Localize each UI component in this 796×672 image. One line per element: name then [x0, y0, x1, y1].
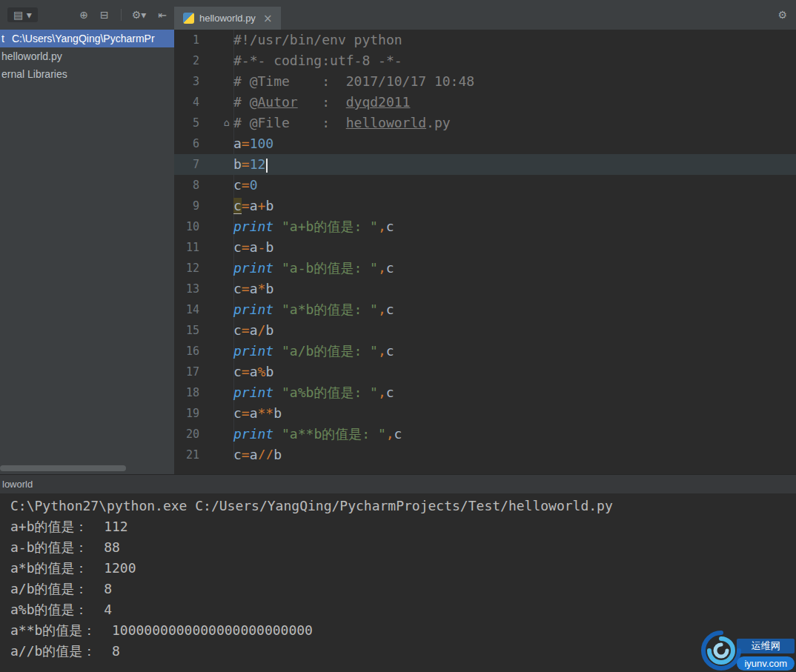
- editor-line[interactable]: 12print "a-b的值是: ",c: [174, 258, 796, 279]
- editor-line[interactable]: 11c=a-b: [174, 237, 796, 258]
- console-line: a//b的值是： 8: [10, 641, 796, 662]
- editor-line[interactable]: 7b=12: [174, 154, 796, 175]
- editor-line[interactable]: 1#!/usr/bin/env python: [174, 30, 796, 50]
- editor-line[interactable]: 3# @Time : 2017/10/17 10:48: [174, 71, 796, 92]
- console-line: a/b的值是： 8: [10, 579, 796, 599]
- editor-gutter: 17: [174, 362, 233, 382]
- gear-icon[interactable]: ⚙▾: [121, 9, 147, 21]
- editor-line[interactable]: 5⌂# @File : helloworld.py: [174, 113, 796, 133]
- console-line: a-b的值是： 88: [10, 537, 796, 558]
- console-line: a%b的值是： 4: [10, 599, 796, 620]
- project-tree-item-label: C:\Users\YangQing\PycharmPr: [12, 33, 155, 44]
- code-text: print "a/b的值是: ",c: [233, 341, 394, 362]
- code-text: #!/usr/bin/env python: [233, 30, 402, 50]
- editor-line[interactable]: 16print "a/b的值是: ",c: [174, 341, 796, 362]
- editor-line[interactable]: 18print "a%b的值是: ",c: [174, 382, 796, 403]
- editor-gutter: 10: [174, 216, 233, 237]
- editor-line[interactable]: 19c=a**b: [174, 403, 796, 424]
- line-number: 17: [186, 365, 199, 379]
- hide-panel-icon[interactable]: ⇤: [158, 9, 167, 21]
- editor-gutter: 21: [174, 445, 233, 459]
- editor-gutter: 3: [174, 71, 233, 92]
- editor-gutter: 11: [174, 237, 233, 258]
- editor-line[interactable]: 21c=a//b: [174, 445, 796, 459]
- line-number: 21: [186, 448, 199, 459]
- project-selector-icon[interactable]: ▤ ▾: [7, 7, 38, 22]
- project-panel: tC:\Users\YangQing\PycharmPrhelloworld.p…: [0, 30, 174, 474]
- project-tree-item[interactable]: tC:\Users\YangQing\PycharmPr: [0, 30, 174, 47]
- editor-line[interactable]: 20print "a**b的值是: ",c: [174, 424, 796, 445]
- editor-line[interactable]: 17c=a%b: [174, 362, 796, 382]
- console-line: a**b的值是： 1000000000000000000000000: [10, 620, 796, 641]
- tab-close-icon[interactable]: ×: [263, 12, 273, 25]
- editor[interactable]: 1#!/usr/bin/env python2#-*- coding:utf-8…: [174, 30, 796, 474]
- line-number: 13: [186, 282, 199, 296]
- fold-marker-icon[interactable]: ⌂: [224, 113, 230, 133]
- console-line: C:\Python27\python.exe C:/Users/YangQing…: [10, 496, 796, 516]
- editor-tab-bar: helloworld.py ×: [174, 0, 769, 30]
- line-number: 7: [193, 158, 199, 171]
- code-text: c=a%b: [233, 362, 273, 382]
- code-text: print "a-b的值是: ",c: [233, 258, 394, 279]
- editor-gutter: 20: [174, 424, 233, 445]
- project-panel-hscrollbar[interactable]: [0, 465, 126, 471]
- code-text: #-*- coding:utf-8 -*-: [233, 50, 402, 71]
- collapse-all-icon[interactable]: ⊟: [100, 9, 109, 21]
- run-panel-header: loworld: [0, 474, 796, 493]
- editor-gutter: 19: [174, 403, 233, 424]
- project-tree-item-label: ernal Libraries: [1, 68, 67, 80]
- editor-line[interactable]: 10print "a+b的值是: ",c: [174, 216, 796, 237]
- editor-lines: 1#!/usr/bin/env python2#-*- coding:utf-8…: [174, 30, 796, 459]
- line-number: 10: [186, 220, 199, 233]
- editor-line[interactable]: 13c=a*b: [174, 279, 796, 299]
- line-number: 18: [186, 386, 199, 399]
- code-text: print "a+b的值是: ",c: [233, 216, 394, 237]
- editor-gutter: 12: [174, 258, 233, 279]
- project-tree-item[interactable]: helloworld.py: [0, 47, 174, 65]
- code-text: a=100: [233, 133, 273, 154]
- watermark-labels: 运维网 iyunv.com: [737, 639, 795, 671]
- editor-gutter: 5⌂: [174, 113, 233, 133]
- project-panel-toolbar: ▤ ▾ ⊕⊟⚙▾⇤: [0, 0, 174, 30]
- watermark-site-url: iyunv.com: [737, 656, 795, 671]
- scroll-from-source-icon[interactable]: ⊕: [79, 9, 88, 21]
- editor-tab-helloworld[interactable]: helloworld.py ×: [174, 7, 281, 30]
- line-number: 11: [186, 241, 199, 254]
- pycharm-window: ▤ ▾ ⊕⊟⚙▾⇤ helloworld.py × ⚙ tC:\Users\Ya…: [0, 0, 796, 672]
- main-area: tC:\Users\YangQing\PycharmPrhelloworld.p…: [0, 30, 796, 474]
- code-text: c=0: [233, 175, 258, 196]
- editor-gutter: 8: [174, 175, 233, 196]
- line-number: 19: [186, 407, 199, 420]
- code-text: print "a%b的值是: ",c: [233, 382, 394, 403]
- editor-line[interactable]: 6a=100: [174, 133, 796, 154]
- code-text: c=a+b: [233, 196, 273, 216]
- line-number: 14: [186, 303, 199, 316]
- project-tree: tC:\Users\YangQing\PycharmPrhelloworld.p…: [0, 30, 174, 83]
- console-output[interactable]: C:\Python27\python.exe C:/Users/YangQing…: [0, 493, 796, 672]
- editor-line[interactable]: 8c=0: [174, 175, 796, 196]
- code-text: # @File : helloworld.py: [233, 113, 451, 133]
- editor-line[interactable]: 15c=a/b: [174, 320, 796, 341]
- settings-gear-icon[interactable]: ⚙: [777, 9, 787, 21]
- line-number: 1: [193, 33, 199, 47]
- line-number: 6: [193, 137, 199, 150]
- line-number: 5: [193, 116, 199, 130]
- line-number: 12: [186, 262, 199, 275]
- code-text: # @Autor : dyqd2011: [233, 92, 410, 113]
- editor-line[interactable]: 14print "a*b的值是: ",c: [174, 299, 796, 320]
- editor-gutter: 9: [174, 196, 233, 216]
- editor-gutter: 14: [174, 299, 233, 320]
- editor-gutter: 2: [174, 50, 233, 71]
- topbar: ▤ ▾ ⊕⊟⚙▾⇤ helloworld.py × ⚙: [0, 0, 796, 30]
- line-number: 3: [193, 75, 199, 88]
- editor-line[interactable]: 9c=a+b: [174, 196, 796, 216]
- run-tab-label[interactable]: loworld: [2, 479, 33, 490]
- editor-line[interactable]: 2#-*- coding:utf-8 -*-: [174, 50, 796, 71]
- line-number: 2: [193, 54, 199, 67]
- code-text: c=a/b: [233, 320, 273, 341]
- editor-line[interactable]: 4# @Autor : dyqd2011: [174, 92, 796, 113]
- text-caret: [266, 159, 268, 173]
- code-text: c=a**b: [233, 403, 282, 424]
- project-tree-item[interactable]: ernal Libraries: [0, 65, 174, 83]
- code-text: b=12: [233, 154, 268, 175]
